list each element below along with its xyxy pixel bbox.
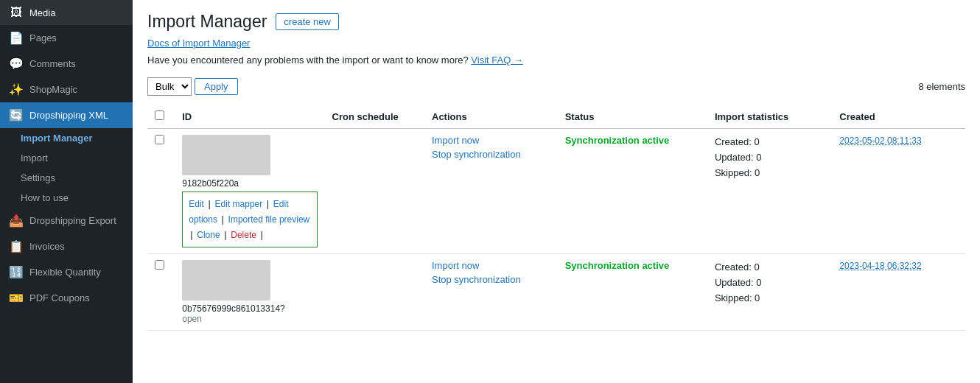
row2-stats-cell: Created: 0 Updated: 0 Skipped: 0	[707, 254, 832, 331]
row1-delete-link[interactable]: Delete	[231, 230, 256, 240]
sidebar-item-import-manager[interactable]: Import Manager	[0, 128, 133, 148]
comments-icon: 💬	[9, 57, 24, 71]
row1-stat-created: Created: 0	[715, 135, 825, 150]
col-header-cron: Cron schedule	[325, 105, 425, 129]
row2-status-cell: Synchronization active	[558, 254, 707, 331]
row2-id-sub: open	[182, 314, 317, 324]
row1-status: Synchronization active	[565, 135, 670, 146]
row1-id: 9182b05f220a	[182, 178, 317, 189]
apply-button[interactable]: Apply	[195, 78, 238, 95]
select-all-header	[147, 105, 175, 129]
row1-inline-actions: Edit | Edit mapper | Edit options | Impo…	[182, 192, 317, 247]
sidebar-item-media[interactable]: 🖼 Media	[0, 0, 133, 25]
page-title: Import Manager	[147, 12, 267, 32]
sidebar-item-dropshipping-xml[interactable]: 🔄 Dropshipping XML	[0, 102, 133, 128]
row2-checkbox[interactable]	[155, 260, 164, 270]
sidebar-item-invoices[interactable]: 📋 Invoices	[0, 233, 133, 259]
page-header: Import Manager create new	[147, 12, 965, 32]
sidebar-item-pages[interactable]: 📄 Pages	[0, 25, 133, 51]
row1-checkbox-cell	[147, 129, 175, 254]
col-header-stats: Import statistics	[707, 105, 832, 129]
docs-link[interactable]: Docs of Import Manager	[147, 38, 250, 49]
row1-thumbnail	[182, 135, 270, 175]
toolbar: Bulk Apply 8 elements	[147, 77, 965, 96]
select-all-checkbox[interactable]	[155, 110, 164, 120]
col-header-actions: Actions	[424, 105, 558, 129]
bulk-select[interactable]: Bulk	[147, 77, 192, 96]
faq-text: Have you encountered any problems with t…	[147, 55, 965, 66]
sidebar-item-import[interactable]: Import	[0, 148, 133, 168]
row2-stat-created: Created: 0	[715, 260, 825, 275]
sidebar-item-how-to-use[interactable]: How to use	[0, 188, 133, 208]
elements-count: 8 elements	[918, 81, 965, 92]
row2-stop-sync-link[interactable]: Stop synchronization	[432, 274, 550, 285]
row2-id: 0b75676999c861013314?	[182, 303, 317, 314]
table-row: 0b75676999c861013314? open Import now St…	[147, 254, 965, 331]
faq-link[interactable]: Visit FAQ →	[471, 55, 523, 66]
row2-id-cell: 0b75676999c861013314? open	[175, 254, 324, 331]
row1-clone-link[interactable]: Clone	[197, 230, 220, 240]
col-header-id: ID	[175, 105, 324, 129]
row2-created-date[interactable]: 2023-04-18 06:32:32	[839, 261, 921, 271]
col-header-created: Created	[832, 105, 965, 129]
table-row: 9182b05f220a Edit | Edit mapper | Edit o…	[147, 129, 965, 254]
row1-imported-preview-link[interactable]: Imported file preview	[228, 214, 310, 225]
media-icon: 🖼	[9, 6, 24, 19]
row2-status: Synchronization active	[565, 260, 670, 271]
row2-stat-skipped: Skipped: 0	[715, 291, 825, 306]
row2-import-now-link[interactable]: Import now	[432, 260, 550, 271]
row1-actions-cell: Import now Stop synchronization	[424, 129, 558, 254]
row2-thumbnail	[182, 260, 270, 301]
sidebar: 🖼 Media 📄 Pages 💬 Comments ✨ ShopMagic 🔄…	[0, 0, 133, 383]
row1-cron-cell	[325, 129, 425, 254]
main-content: Import Manager create new Docs of Import…	[133, 0, 980, 383]
invoices-icon: 📋	[9, 239, 24, 253]
row1-stop-sync-link[interactable]: Stop synchronization	[432, 149, 550, 160]
row1-id-cell: 9182b05f220a Edit | Edit mapper | Edit o…	[175, 129, 324, 254]
row1-edit-link[interactable]: Edit	[189, 199, 204, 209]
export-icon: 📤	[9, 214, 24, 228]
row1-checkbox[interactable]	[155, 135, 164, 144]
row2-checkbox-cell	[147, 254, 175, 331]
row1-edit-mapper-link[interactable]: Edit mapper	[215, 199, 263, 209]
row1-created-date[interactable]: 2023-05-02 08:11:33	[839, 136, 921, 146]
import-table: ID Cron schedule Actions Status Import s…	[147, 105, 965, 331]
row2-created-cell: 2023-04-18 06:32:32	[832, 254, 965, 331]
sidebar-item-flexible-quantity[interactable]: 🔢 Flexible Quantity	[0, 259, 133, 285]
sidebar-item-shopmagic[interactable]: ✨ ShopMagic	[0, 77, 133, 102]
sidebar-item-pdf-coupons[interactable]: 🎫 PDF Coupons	[0, 285, 133, 311]
row1-stat-updated: Updated: 0	[715, 150, 825, 166]
sidebar-item-settings[interactable]: Settings	[0, 168, 133, 188]
row1-created-cell: 2023-05-02 08:11:33	[832, 129, 965, 254]
create-new-button[interactable]: create new	[276, 13, 339, 30]
row1-stat-skipped: Skipped: 0	[715, 166, 825, 181]
sidebar-item-dropshipping-export[interactable]: 📤 Dropshipping Export	[0, 208, 133, 233]
toolbar-left: Bulk Apply	[147, 77, 238, 96]
row1-status-cell: Synchronization active	[558, 129, 707, 254]
row1-import-now-link[interactable]: Import now	[432, 135, 550, 146]
pdf-coupons-icon: 🎫	[9, 291, 24, 305]
row2-cron-cell	[325, 254, 425, 331]
col-header-status: Status	[558, 105, 707, 129]
row2-actions-cell: Import now Stop synchronization	[424, 254, 558, 331]
row2-stat-updated: Updated: 0	[715, 275, 825, 291]
row1-stats-cell: Created: 0 Updated: 0 Skipped: 0	[707, 129, 832, 254]
sidebar-item-comments[interactable]: 💬 Comments	[0, 51, 133, 77]
dropshipping-xml-icon: 🔄	[9, 108, 24, 122]
pages-icon: 📄	[9, 31, 24, 45]
flexible-qty-icon: 🔢	[9, 265, 24, 279]
shopmagic-icon: ✨	[9, 82, 24, 96]
table-header-row: ID Cron schedule Actions Status Import s…	[147, 105, 965, 129]
